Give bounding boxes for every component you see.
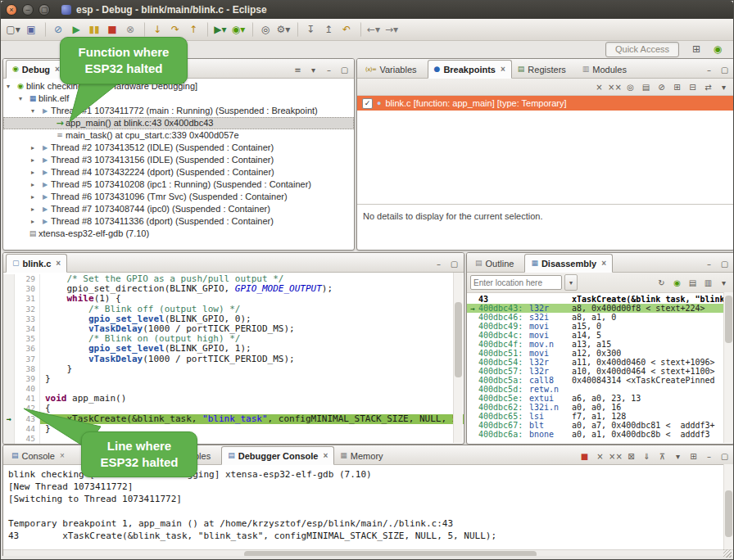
scroll-lock-icon[interactable]: ⇓ bbox=[640, 449, 654, 463]
maximize-icon[interactable]: ▢ bbox=[718, 63, 732, 76]
disassembly-row[interactable]: 400dbc5a: call8 0x40084314 <xTaskCreateP… bbox=[467, 376, 734, 385]
scrollbar-thumb[interactable] bbox=[455, 302, 462, 377]
minimize-icon[interactable]: – bbox=[702, 257, 716, 270]
tree-expander-icon[interactable]: ▸ bbox=[31, 178, 39, 191]
remove-breakpoint-icon[interactable]: × bbox=[592, 80, 606, 93]
disassembly-row[interactable]: 400dbc67: blt a0, a7, 0x400dbc81 <__addd… bbox=[467, 421, 734, 430]
disassembly-row[interactable]: 400dbc57: l32r a10, 0x400d0464 <_stext+1… bbox=[467, 367, 734, 376]
disassembly-row[interactable]: 400dbc54: l32r a11, 0x400d0460 <_stext+1… bbox=[467, 358, 734, 367]
show-opcodes-icon[interactable]: ▥ bbox=[701, 276, 715, 289]
open-console-icon[interactable]: ⊞ bbox=[686, 449, 700, 463]
refresh-icon[interactable]: ↻ bbox=[655, 276, 668, 289]
minimize-icon[interactable]: – bbox=[702, 63, 716, 76]
back-history-icon[interactable]: ←▾ bbox=[365, 21, 382, 38]
editor-vertical-scrollbar[interactable] bbox=[453, 273, 463, 443]
disassembly-row[interactable]: 400dbc49: movi a15, 0 bbox=[467, 322, 734, 331]
disassembly-row[interactable]: 400dbc4c: movi a14, 5 bbox=[467, 331, 734, 340]
code-line[interactable]: 32 /* Blink off (output low) */ bbox=[3, 305, 464, 314]
view-tab[interactable]: Variables bbox=[360, 61, 428, 78]
view-tab[interactable]: Breakpoints × bbox=[428, 60, 512, 79]
debug-tree-item[interactable]: ▸ Thread #4 1073432224 (dport) (Suspende… bbox=[3, 166, 354, 178]
window-minimize-icon[interactable]: – bbox=[22, 4, 34, 16]
tree-expander-icon[interactable]: ▾ bbox=[7, 80, 15, 93]
minimize-icon[interactable]: – bbox=[322, 63, 336, 76]
code-line[interactable]: 33 gpio_set_level(BLINK_GPIO, 0); bbox=[3, 314, 464, 324]
code-line[interactable]: 40 bbox=[3, 384, 464, 394]
terminate-icon[interactable]: ■ bbox=[104, 21, 120, 38]
close-tab-icon[interactable]: × bbox=[56, 259, 61, 268]
close-tab-icon[interactable]: × bbox=[60, 451, 65, 460]
minimize-icon[interactable]: – bbox=[702, 449, 716, 463]
view-menu-icon[interactable]: ▾ bbox=[306, 63, 320, 76]
window-close-icon[interactable]: × bbox=[6, 4, 17, 16]
scrollbar-thumb[interactable] bbox=[725, 296, 732, 343]
disassembly-row[interactable]: 400dbc46: s32i a8, a1, 0 bbox=[467, 313, 734, 322]
location-input[interactable] bbox=[470, 275, 562, 290]
code-line[interactable]: 38 } bbox=[3, 364, 464, 374]
quick-access-button[interactable]: Quick Access bbox=[605, 42, 679, 57]
maximize-icon[interactable]: ▢ bbox=[718, 449, 732, 463]
breakpoint-checkbox[interactable]: ✓ bbox=[362, 98, 373, 109]
scrollbar-thumb[interactable] bbox=[725, 490, 732, 538]
step-into-icon[interactable]: ↓ bbox=[149, 21, 165, 38]
disassembly-row[interactable]: 400dbc51: movi a12, 0x300 bbox=[467, 349, 734, 358]
forward-history-icon[interactable]: →▾ bbox=[383, 21, 400, 38]
external-tools-icon[interactable]: ⚙▾ bbox=[275, 21, 292, 38]
debug-tree-item[interactable]: ▸ Thread #3 1073413156 (IDLE) (Suspended… bbox=[3, 154, 354, 166]
previous-annotation-icon[interactable]: ↥ bbox=[320, 21, 337, 38]
tree-expander-icon[interactable]: ▸ bbox=[31, 142, 39, 154]
pin-console-icon[interactable]: ⊼ bbox=[655, 449, 669, 463]
save-icon[interactable]: ▣ bbox=[23, 21, 39, 38]
code-line[interactable]: 31 while(1) { bbox=[3, 294, 464, 304]
disassembly-row[interactable]: 400dbc65: lsi f7, a1, 128 bbox=[467, 412, 734, 421]
sync-with-active-context-icon[interactable]: ◉ bbox=[670, 276, 684, 289]
disassembly-row[interactable]: 400dbc4f: mov.n a13, a15 bbox=[467, 340, 734, 349]
suspend-icon[interactable]: ▮▮ bbox=[86, 21, 102, 38]
code-line[interactable]: 37 vTaskDelay(1000 / portTICK_PERIOD_MS)… bbox=[3, 355, 464, 364]
remove-all-breakpoints-icon[interactable]: ×× bbox=[608, 80, 622, 93]
skip-all-breakpoints-icon[interactable]: ⊘ bbox=[655, 80, 668, 93]
tree-expander-icon[interactable]: ▸ bbox=[31, 154, 39, 166]
remove-launch-icon[interactable]: × bbox=[593, 449, 607, 463]
code-line[interactable]: 39 } bbox=[3, 374, 464, 384]
tree-expander-icon[interactable]: ▸ bbox=[31, 215, 39, 228]
disassembly-row[interactable]: 43 xTaskCreate(&blink_task, "blink_tas bbox=[467, 295, 734, 304]
tab-debug[interactable]: ◉ Debug × bbox=[6, 60, 66, 79]
terminate-icon[interactable]: ■ bbox=[578, 449, 591, 463]
close-tab-icon[interactable]: × bbox=[323, 451, 328, 460]
next-annotation-icon[interactable]: ↧ bbox=[302, 21, 319, 38]
tree-expander-icon[interactable]: ▸ bbox=[31, 203, 39, 215]
new-wizard-icon[interactable]: ▢▾ bbox=[5, 21, 21, 38]
code-line[interactable]: 34 vTaskDelay(1000 / portTICK_PERIOD_MS)… bbox=[3, 324, 464, 334]
view-menu-icon[interactable]: ▾ bbox=[717, 276, 731, 289]
remove-all-launches-icon[interactable]: ×× bbox=[609, 449, 623, 463]
close-tab-icon[interactable]: × bbox=[601, 259, 606, 268]
expand-all-icon[interactable]: ⊞ bbox=[670, 80, 684, 93]
view-tab[interactable]: Disassembly × bbox=[524, 254, 613, 273]
debug-tree-item[interactable]: ▸ Thread #2 1073413512 (IDLE) (Suspended… bbox=[3, 142, 354, 154]
run-icon[interactable]: ▶▾ bbox=[212, 21, 229, 38]
tree-expander-icon[interactable]: ▾ bbox=[19, 93, 27, 105]
disconnect-icon[interactable]: ⊗ bbox=[122, 21, 138, 38]
code-line[interactable]: 29 /* Set the GPIO as a push/pull output… bbox=[3, 274, 464, 284]
collapse-all-icon[interactable]: ⊟ bbox=[686, 80, 700, 93]
debug-tree-item[interactable]: ▸ Thread #6 1073431096 (Tmr Svc) (Suspen… bbox=[3, 191, 354, 203]
view-tab[interactable]: Debugger Console × bbox=[221, 446, 334, 465]
last-edit-location-icon[interactable]: ↶ bbox=[338, 21, 355, 38]
view-tab[interactable]: Outline bbox=[469, 255, 524, 272]
breakpoint-row[interactable]: ✓ ● blink.c [function: app_main] [type: … bbox=[357, 96, 734, 111]
disassembly-vertical-scrollbar[interactable] bbox=[723, 292, 733, 443]
disassembly-row[interactable]: 400dbc62: l32i.n a0, a0, 16 bbox=[467, 403, 734, 412]
debug-perspective-icon[interactable]: ◉ bbox=[709, 41, 726, 57]
console-vertical-scrollbar[interactable] bbox=[723, 464, 733, 550]
minimize-icon[interactable]: – bbox=[432, 257, 446, 270]
tree-expander-icon[interactable]: ▸ bbox=[31, 166, 39, 178]
debug-tree-item[interactable]: ▸ Thread #5 1073410208 (ipc1 : Running) … bbox=[3, 178, 354, 191]
window-maximize-icon[interactable]: ▢ bbox=[39, 4, 50, 16]
debug-icon[interactable]: ◉▾ bbox=[230, 21, 247, 38]
close-tab-icon[interactable]: × bbox=[501, 65, 505, 74]
maximize-icon[interactable]: ▢ bbox=[338, 63, 351, 76]
tree-expander-icon[interactable]: ▾ bbox=[31, 105, 39, 117]
location-dropdown-icon[interactable]: ▾ bbox=[564, 274, 578, 291]
step-over-icon[interactable]: ↷ bbox=[167, 21, 184, 38]
